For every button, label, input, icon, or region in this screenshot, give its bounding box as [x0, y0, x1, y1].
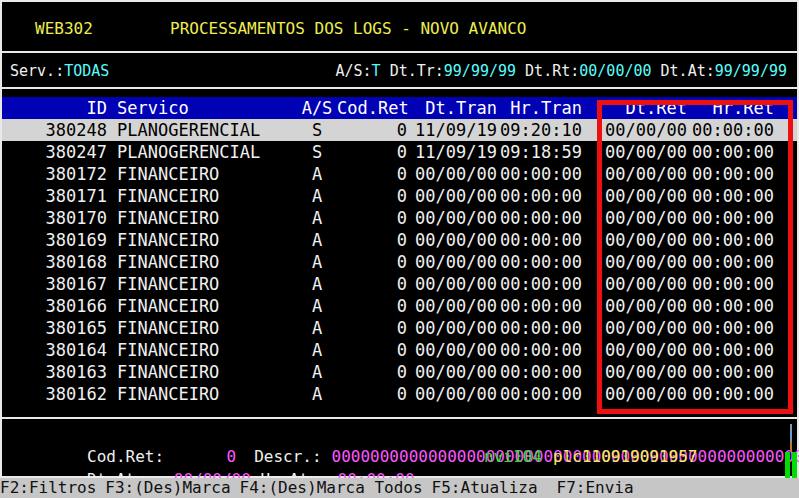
dt-rt-value-field[interactable]: 00/00/00	[579, 62, 651, 80]
table-row[interactable]: 380165FINANCEIROA000/00/0000:00:0000/00/…	[2, 317, 797, 339]
cell-dt-tran: 00/00/00	[407, 273, 497, 295]
cell-hr-ret: 00:00:00	[687, 185, 774, 207]
header-as: A/S	[297, 97, 337, 119]
dt-at-value-field[interactable]: 99/99/99	[715, 62, 787, 80]
cell-hr-tran: 09:20:10	[497, 119, 582, 141]
cell-as: A	[297, 207, 337, 229]
cell-hr-ret: 00:00:00	[687, 251, 774, 273]
table-row[interactable]: 380167FINANCEIROA000/00/0000:00:0000/00/…	[2, 273, 797, 295]
cell-as: A	[297, 251, 337, 273]
cursor-block-icon	[785, 452, 790, 478]
cell-dt-tran: 00/00/00	[407, 229, 497, 251]
table-row[interactable]: 380171FINANCEIROA000/00/0000:00:0000/00/…	[2, 185, 797, 207]
cell-cod-ret: 0	[337, 339, 407, 361]
cell-dt-ret: 00/00/00	[582, 141, 687, 163]
cell-hr-ret: 00:00:00	[687, 383, 774, 405]
table-row[interactable]: 380166FINANCEIROA000/00/0000:00:0000/00/…	[2, 295, 797, 317]
cell-dt-tran: 00/00/00	[407, 317, 497, 339]
cell-dt-tran: 00/00/00	[407, 251, 497, 273]
function-key-bar: F2:FiltrosF3:(Des)MarcaF4:(Des)Marca Tod…	[0, 478, 799, 498]
cell-id: 380167	[2, 273, 107, 295]
cell-as: A	[297, 229, 337, 251]
app-code: WEB302	[35, 19, 93, 38]
cell-dt-ret: 00/00/00	[582, 273, 687, 295]
cell-hr-ret: 00:00:00	[687, 317, 774, 339]
cell-id: 380171	[2, 185, 107, 207]
cell-id: 380166	[2, 295, 107, 317]
cursor-block-icon	[792, 452, 797, 478]
cell-cod-ret: 0	[337, 295, 407, 317]
dt-tr-value-field[interactable]: 99/99/99	[444, 62, 516, 80]
cell-hr-ret: 00:00:00	[687, 229, 774, 251]
cell-servico: FINANCEIRO	[117, 383, 297, 405]
cell-hr-ret: 00:00:00	[687, 207, 774, 229]
cell-id: 380247	[2, 141, 107, 163]
table-row[interactable]: 380170FINANCEIROA000/00/0000:00:0000/00/…	[2, 207, 797, 229]
cell-cod-ret: 0	[337, 207, 407, 229]
function-key-hint: F4:(Des)Marca Todos	[240, 478, 423, 497]
cell-hr-tran: 00:00:00	[497, 229, 582, 251]
spacer	[652, 62, 661, 80]
table-row[interactable]: 380248PLANOGERENCIALS011/09/1909:20:1000…	[2, 119, 797, 141]
spacer	[516, 62, 525, 80]
cell-cod-ret: 0	[337, 119, 407, 141]
cell-cod-ret: 0	[337, 185, 407, 207]
serv-value-field[interactable]: TODAS	[64, 62, 109, 80]
cell-hr-tran: 00:00:00	[497, 317, 582, 339]
cell-id: 380162	[2, 383, 107, 405]
table-row[interactable]: 380247PLANOGERENCIALS011/09/1909:18:5900…	[2, 141, 797, 163]
table-row[interactable]: 380162FINANCEIROA000/00/0000:00:0000/00/…	[2, 383, 797, 405]
table-row[interactable]: 380164FINANCEIROA000/00/0000:00:0000/00/…	[2, 339, 797, 361]
cell-dt-ret: 00/00/00	[582, 383, 687, 405]
cell-id: 380168	[2, 251, 107, 273]
table-row[interactable]: 380169FINANCEIROA000/00/0000:00:0000/00/…	[2, 229, 797, 251]
cell-servico: FINANCEIRO	[117, 361, 297, 383]
title-bar: WEB302 PROCESSAMENTOS DOS LOGS - NOVO AV…	[2, 2, 797, 53]
cell-dt-ret: 00/00/00	[582, 163, 687, 185]
cell-as: A	[297, 295, 337, 317]
cell-servico: PLANOGERENCIAL	[117, 141, 297, 163]
cell-servico: FINANCEIRO	[117, 185, 297, 207]
spacer	[381, 62, 390, 80]
cell-as: S	[297, 119, 337, 141]
cell-servico: FINANCEIRO	[117, 317, 297, 339]
cell-hr-ret: 00:00:00	[687, 339, 774, 361]
cell-cod-ret: 0	[337, 273, 407, 295]
cell-id: 380163	[2, 361, 107, 383]
cell-as: A	[297, 273, 337, 295]
cell-servico: FINANCEIRO	[117, 339, 297, 361]
cell-cod-ret: 0	[337, 251, 407, 273]
header-id: ID	[2, 97, 107, 119]
cell-hr-tran: 00:00:00	[497, 361, 582, 383]
cell-id: 380164	[2, 339, 107, 361]
cell-cod-ret: 0	[337, 141, 407, 163]
table-row[interactable]: 380172FINANCEIROA000/00/0000:00:0000/00/…	[2, 163, 797, 185]
cell-as: A	[297, 185, 337, 207]
as-value-field[interactable]: T	[372, 62, 381, 80]
table-row[interactable]: 380168FINANCEIROA000/00/0000:00:0000/00/…	[2, 251, 797, 273]
cell-hr-tran: 00:00:00	[497, 251, 582, 273]
cell-as: A	[297, 339, 337, 361]
cell-id: 380172	[2, 163, 107, 185]
log-table: ID Servico A/S Cod.Ret Dt.Tran Hr.Tran D…	[2, 89, 797, 419]
cell-id: 380169	[2, 229, 107, 251]
cell-cod-ret: 0	[337, 317, 407, 339]
cell-dt-ret: 00/00/00	[582, 229, 687, 251]
cell-hr-tran: 00:00:00	[497, 295, 582, 317]
cell-id: 380165	[2, 317, 107, 339]
cell-dt-ret: 00/00/00	[582, 185, 687, 207]
header-hr-ret: Hr.Ret	[687, 97, 774, 119]
page-title: PROCESSAMENTOS DOS LOGS - NOVO AVANCO	[170, 19, 526, 38]
cell-dt-tran: 00/00/00	[407, 207, 497, 229]
cell-dt-ret: 00/00/00	[582, 207, 687, 229]
cell-dt-ret: 00/00/00	[582, 317, 687, 339]
cell-servico: FINANCEIRO	[117, 251, 297, 273]
table-row[interactable]: 380163FINANCEIROA000/00/0000:00:0000/00/…	[2, 361, 797, 383]
cell-dt-tran: 00/00/00	[407, 295, 497, 317]
cell-hr-tran: 00:00:00	[497, 185, 582, 207]
function-key-hint: F5:Atualiza	[432, 478, 538, 497]
filter-right-group: A/S:T Dt.Tr:99/99/99 Dt.Rt:00/00/00 Dt.A…	[335, 62, 787, 80]
cell-dt-ret: 00/00/00	[582, 119, 687, 141]
terminal-id: nvi104	[484, 445, 542, 468]
table-header-row: ID Servico A/S Cod.Ret Dt.Tran Hr.Tran D…	[2, 97, 797, 119]
